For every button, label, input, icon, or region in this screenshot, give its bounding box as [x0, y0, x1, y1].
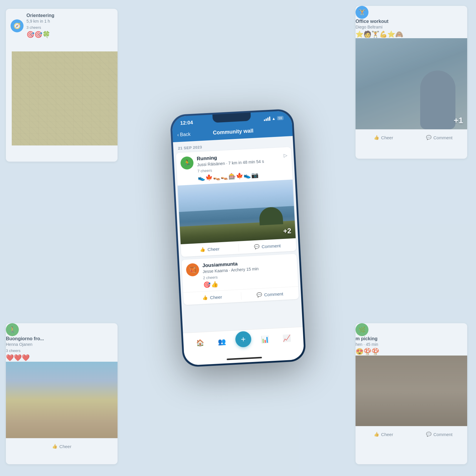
running-activity-icon: 🏃	[180, 156, 194, 170]
back-label: Back	[180, 131, 190, 137]
tab-chart[interactable]: 📈	[276, 333, 298, 344]
status-icons: ▲ 59	[264, 116, 284, 121]
cheer-thumb-icon: 👍	[200, 247, 206, 252]
cheer-label: Cheer	[207, 246, 220, 252]
running-photo: +2	[177, 180, 296, 244]
tab-community[interactable]: 👥	[211, 336, 233, 347]
tab-home[interactable]: 🏠	[189, 337, 211, 348]
archery-card: 🏹 Jousiammunta Jesse Kaarna · Archery 15…	[182, 254, 299, 305]
archery-activity-icon: 🏹	[186, 263, 199, 276]
home-icon: 🏠	[196, 339, 204, 347]
status-time: 12:04	[180, 120, 193, 126]
plus-icon: +	[241, 334, 246, 344]
archery-comment-label: Comment	[264, 291, 283, 297]
phone-screen: 12:04 ▲ 59 ‹	[172, 110, 304, 366]
phone-outer-shell: 12:04 ▲ 59 ‹	[170, 109, 306, 368]
tab-add[interactable]: +	[232, 333, 254, 349]
phone-inner-shell: 12:04 ▲ 59 ‹	[172, 110, 304, 366]
archery-cheer-btn[interactable]: 👍 Cheer	[183, 290, 241, 305]
stats-icon: 📊	[261, 336, 269, 343]
comment-label: Comment	[262, 243, 281, 249]
running-cheer-btn[interactable]: 👍 Cheer	[181, 242, 239, 257]
back-button[interactable]: ‹ Back	[177, 131, 191, 137]
running-comment-btn[interactable]: 💬 Comment	[238, 239, 296, 254]
nav-title: Community wall	[190, 127, 276, 137]
signal-icon	[264, 117, 270, 121]
wifi-icon: ▲	[271, 116, 276, 121]
archery-comment-btn[interactable]: 💬 Comment	[241, 287, 299, 302]
battery-icon: 59	[277, 116, 284, 120]
home-bar	[227, 357, 262, 360]
community-icon: 👥	[218, 338, 226, 346]
tab-stats[interactable]: 📊	[254, 334, 276, 345]
chart-icon: 📈	[282, 334, 291, 342]
running-card: 🏃 Running Jussi Räisänen · 7 km in 48 mi…	[176, 147, 296, 257]
send-icon: ▷	[284, 152, 287, 158]
photo-count: +2	[283, 227, 291, 235]
content-area: 21 SEP 2023 🏃 Running Jussi Räisänen · 7…	[173, 136, 303, 333]
archery-cheer-icon: 👍	[202, 295, 208, 301]
comment-bubble-icon: 💬	[254, 244, 260, 249]
archery-comment-icon: 💬	[257, 292, 262, 298]
archery-cheer-label: Cheer	[210, 294, 222, 300]
add-button[interactable]: +	[235, 331, 252, 348]
back-chevron-icon: ‹	[177, 132, 179, 138]
phone-device: 12:04 ▲ 59 ‹	[170, 109, 306, 368]
